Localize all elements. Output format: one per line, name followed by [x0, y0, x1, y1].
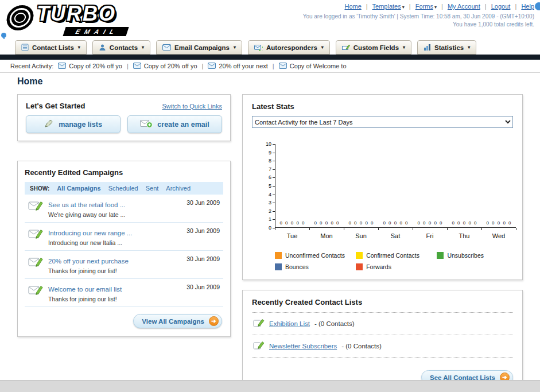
bar-value-labels: 0 0 0 0 0 — [344, 220, 378, 226]
campaign-title-link[interactable]: Introducing our new range ... — [48, 230, 132, 236]
contact-list-link[interactable]: Newsletter Subscribers — [269, 343, 337, 350]
campaign-row[interactable]: See us at the retail food ... We're givi… — [25, 195, 223, 223]
campaign-row[interactable]: Introducing our new range ... Introducin… — [25, 223, 223, 251]
view-all-campaigns-button[interactable]: View All Campaigns ➔ — [133, 314, 222, 328]
create-email-button[interactable]: create an email — [127, 115, 222, 133]
tab-statistics[interactable]: Statistics ▾ — [417, 40, 476, 55]
envelope-refresh-icon — [254, 44, 263, 51]
x-axis-tick — [516, 228, 516, 230]
campaign-title-link[interactable]: Welcome to our email list — [48, 286, 122, 293]
top-link-forms[interactable]: Forms — [415, 3, 433, 10]
recent-activity-item[interactable]: 20% off your next — [208, 63, 267, 70]
x-axis-label: Sun — [344, 232, 378, 239]
legend-swatch — [437, 252, 444, 259]
recently-edited-campaigns-panel: Recently Edited Campaigns SHOW: All Camp… — [17, 161, 231, 337]
logo-subtext: EMAIL — [63, 27, 129, 36]
panel-title: Latest Stats — [252, 102, 513, 111]
envelope-pencil-icon — [28, 284, 44, 299]
tab-contacts[interactable]: Contacts ▾ — [92, 40, 150, 55]
y-axis-tick — [273, 211, 275, 212]
x-axis-tick — [413, 228, 413, 230]
y-axis-label: 0 — [252, 225, 271, 231]
campaign-row[interactable]: 20% off your next purchase Thanks for jo… — [25, 251, 223, 279]
recent-activity-label: Recent Activity: — [10, 63, 53, 69]
chevron-down-icon: ▾ — [78, 45, 80, 50]
chevron-down-icon: ▾ — [403, 45, 405, 50]
separator: | — [441, 3, 443, 10]
contact-list-link[interactable]: Exhibition List — [269, 320, 310, 327]
legend-label: Unconfirmed Contacts — [285, 252, 345, 259]
campaign-list: See us at the retail food ... We're givi… — [25, 195, 223, 307]
chart-plot-area — [275, 144, 516, 228]
tab-autoresponders[interactable]: Autoresponders ▾ — [248, 40, 330, 55]
contact-lists-icon — [21, 44, 29, 51]
legend-label: Confirmed Contacts — [366, 252, 419, 259]
separator: | — [202, 63, 204, 69]
y-axis-label: 1 — [252, 216, 271, 222]
activity-text: Copy of 20% off yo — [69, 63, 122, 69]
top-link-home[interactable]: Home — [344, 3, 361, 10]
tab-custom-fields[interactable]: Custom Fields ▾ — [336, 40, 411, 55]
login-info: You are logged in as 'Timothy Smith' | S… — [303, 13, 534, 20]
right-column: Latest Stats Contact Activity for the La… — [242, 94, 523, 392]
legend-label: Unsubscribes — [447, 252, 484, 259]
logo-swoosh-icon — [5, 5, 36, 30]
legend-label: Bounces — [285, 263, 309, 270]
campaign-row[interactable]: Welcome to our email list Thanks for joi… — [25, 279, 223, 307]
credits-info: You have 1,000 total credits left. — [303, 21, 534, 28]
manage-lists-button[interactable]: manage lists — [26, 115, 121, 133]
x-axis-tick — [378, 228, 379, 230]
top-link-logout[interactable]: Logout — [491, 3, 511, 10]
y-axis-tick — [273, 161, 275, 161]
envelope-icon — [162, 44, 171, 51]
filter-sent[interactable]: Sent — [146, 185, 159, 192]
chevron-down-icon: ▾ — [402, 5, 405, 10]
top-link-templates[interactable]: Templates — [372, 3, 401, 10]
pencil-icon — [253, 340, 265, 352]
legend-swatch — [275, 252, 282, 259]
y-axis-label: 10 — [252, 141, 271, 147]
recent-activity-item[interactable]: Copy of 20% off yo — [58, 63, 122, 70]
envelope-plus-icon — [140, 119, 153, 130]
filter-scheduled[interactable]: Scheduled — [108, 185, 138, 192]
arrow-right-icon: ➔ — [209, 316, 219, 326]
campaign-title-link[interactable]: 20% off your next purchase — [48, 258, 129, 265]
filter-all-campaigns[interactable]: All Campaigns — [57, 185, 100, 192]
top-link-help[interactable]: Help — [521, 3, 534, 10]
contact-list: Exhibition List - (0 Contacts) Newslette… — [252, 312, 513, 358]
help-bubble-icon[interactable] — [535, 2, 540, 10]
tab-label: Statistics — [434, 44, 464, 51]
campaign-title-link[interactable]: See us at the retail food ... — [48, 201, 125, 208]
recent-activity-bar: Recent Activity: Copy of 20% off yo | Co… — [0, 60, 540, 73]
stats-period-select[interactable]: Contact Activity for the Last 7 Days — [252, 116, 513, 128]
bar-value-labels: 0 0 0 0 0 — [413, 220, 447, 226]
contacts-icon — [99, 44, 106, 51]
legend-label: Forwards — [366, 263, 391, 270]
envelope-pencil-icon — [28, 199, 44, 215]
panel-title: Recently Created Contact Lists — [252, 298, 513, 306]
legend-swatch — [275, 263, 282, 270]
switch-quick-links-link[interactable]: Switch to Quick Links — [162, 103, 222, 110]
contact-count: - (0 Contacts) — [341, 343, 382, 350]
envelope-icon — [279, 63, 287, 70]
activity-text: Copy of Welcome to — [290, 63, 347, 69]
y-axis-tick — [273, 203, 275, 203]
filter-archived[interactable]: Archived — [166, 185, 191, 192]
y-axis-tick — [273, 186, 275, 187]
button-label: create an email — [157, 121, 209, 129]
header: TURBO EMAIL Home | Templates▾ | Forms▾ |… — [0, 0, 540, 39]
tab-label: Email Campaigns — [174, 44, 230, 51]
chart-legend: Unconfirmed ContactsConfirmed ContactsUn… — [275, 252, 518, 270]
recent-activity-item[interactable]: Copy of 20% off yo — [133, 63, 197, 70]
tab-contact-lists[interactable]: Contact Lists ▾ — [15, 40, 87, 55]
y-axis-label: 4 — [252, 192, 271, 197]
top-link-my-account[interactable]: My Account — [448, 3, 480, 10]
contact-count: - (0 Contacts) — [314, 320, 355, 327]
x-axis-label: Tue — [275, 232, 309, 239]
bar-value-labels: 0 0 0 0 0 — [481, 220, 516, 226]
tab-email-campaigns[interactable]: Email Campaigns ▾ — [156, 40, 242, 55]
campaign-subject: Introducing our new Italia ... — [48, 239, 182, 246]
top-nav: Home | Templates▾ | Forms▾ | My Account … — [303, 3, 534, 10]
y-axis-tick — [273, 144, 275, 145]
recent-activity-item[interactable]: Copy of Welcome to — [279, 63, 347, 70]
